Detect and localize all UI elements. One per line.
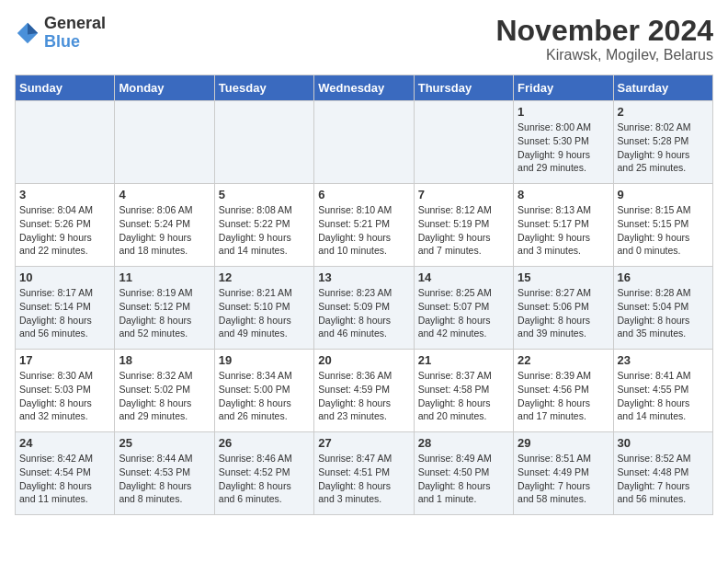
day-info: Sunrise: 8:15 AMSunset: 5:15 PMDaylight:… <box>618 203 709 258</box>
calendar-cell: 22Sunrise: 8:39 AMSunset: 4:56 PMDayligh… <box>514 350 613 432</box>
day-info: Sunrise: 8:04 AMSunset: 5:26 PMDaylight:… <box>19 203 110 258</box>
calendar-cell: 2Sunrise: 8:02 AMSunset: 5:28 PMDaylight… <box>613 101 712 184</box>
weekday-header-friday: Friday <box>514 75 613 101</box>
day-number: 24 <box>19 436 110 450</box>
day-number: 30 <box>618 436 709 450</box>
weekday-header-thursday: Thursday <box>414 75 513 101</box>
day-number: 9 <box>618 188 709 201</box>
day-info: Sunrise: 8:36 AMSunset: 4:59 PMDaylight:… <box>318 369 409 423</box>
title-area: November 2024 Kirawsk, Mogilev, Belarus <box>495 15 713 63</box>
day-info: Sunrise: 8:12 AMSunset: 5:19 PMDaylight:… <box>418 203 509 258</box>
calendar-cell: 10Sunrise: 8:17 AMSunset: 5:14 PMDayligh… <box>16 267 115 350</box>
day-number: 16 <box>618 270 709 284</box>
day-info: Sunrise: 8:27 AMSunset: 5:06 PMDaylight:… <box>518 286 609 340</box>
day-number: 21 <box>418 353 509 367</box>
weekday-header-tuesday: Tuesday <box>214 75 313 101</box>
day-info: Sunrise: 8:00 AMSunset: 5:30 PMDaylight:… <box>518 121 609 175</box>
calendar-cell: 6Sunrise: 8:10 AMSunset: 5:21 PMDaylight… <box>314 184 414 267</box>
day-number: 7 <box>418 188 509 201</box>
day-info: Sunrise: 8:28 AMSunset: 5:04 PMDaylight:… <box>618 286 709 340</box>
calendar-cell <box>414 101 513 184</box>
calendar-cell: 20Sunrise: 8:36 AMSunset: 4:59 PMDayligh… <box>314 350 414 432</box>
calendar-cell <box>314 101 414 184</box>
day-info: Sunrise: 8:25 AMSunset: 5:07 PMDaylight:… <box>418 286 509 340</box>
weekday-header-saturday: Saturday <box>613 75 712 101</box>
calendar-cell: 7Sunrise: 8:12 AMSunset: 5:19 PMDaylight… <box>414 184 513 267</box>
day-info: Sunrise: 8:06 AMSunset: 5:24 PMDaylight:… <box>119 203 210 258</box>
day-info: Sunrise: 8:10 AMSunset: 5:21 PMDaylight:… <box>318 203 409 258</box>
day-info: Sunrise: 8:02 AMSunset: 5:28 PMDaylight:… <box>618 121 709 175</box>
page-header: General Blue November 2024 Kirawsk, Mogi… <box>15 15 713 63</box>
calendar-week-row: 17Sunrise: 8:30 AMSunset: 5:03 PMDayligh… <box>16 350 713 432</box>
day-number: 2 <box>618 105 709 119</box>
day-info: Sunrise: 8:39 AMSunset: 4:56 PMDaylight:… <box>518 369 609 423</box>
day-info: Sunrise: 8:32 AMSunset: 5:02 PMDaylight:… <box>119 369 210 423</box>
calendar-cell: 29Sunrise: 8:51 AMSunset: 4:49 PMDayligh… <box>514 432 613 515</box>
logo-icon <box>15 20 40 46</box>
calendar-cell: 3Sunrise: 8:04 AMSunset: 5:26 PMDaylight… <box>16 184 115 267</box>
calendar-cell <box>115 101 214 184</box>
calendar-cell: 28Sunrise: 8:49 AMSunset: 4:50 PMDayligh… <box>414 432 513 515</box>
calendar-cell: 18Sunrise: 8:32 AMSunset: 5:02 PMDayligh… <box>115 350 214 432</box>
day-info: Sunrise: 8:51 AMSunset: 4:49 PMDaylight:… <box>518 452 609 506</box>
calendar-cell: 13Sunrise: 8:23 AMSunset: 5:09 PMDayligh… <box>314 267 414 350</box>
day-info: Sunrise: 8:49 AMSunset: 4:50 PMDaylight:… <box>418 452 509 506</box>
calendar-cell: 12Sunrise: 8:21 AMSunset: 5:10 PMDayligh… <box>214 267 313 350</box>
day-number: 17 <box>19 353 110 367</box>
day-number: 25 <box>119 436 210 450</box>
day-number: 15 <box>518 270 609 284</box>
weekday-header-monday: Monday <box>115 75 214 101</box>
day-info: Sunrise: 8:41 AMSunset: 4:55 PMDaylight:… <box>618 369 709 423</box>
day-info: Sunrise: 8:46 AMSunset: 4:52 PMDaylight:… <box>219 452 310 506</box>
day-number: 12 <box>219 270 310 284</box>
calendar-cell: 17Sunrise: 8:30 AMSunset: 5:03 PMDayligh… <box>16 350 115 432</box>
day-number: 22 <box>518 353 609 367</box>
day-info: Sunrise: 8:23 AMSunset: 5:09 PMDaylight:… <box>318 286 409 340</box>
calendar-week-row: 24Sunrise: 8:42 AMSunset: 4:54 PMDayligh… <box>16 432 713 515</box>
day-info: Sunrise: 8:30 AMSunset: 5:03 PMDaylight:… <box>19 369 110 423</box>
calendar-cell: 11Sunrise: 8:19 AMSunset: 5:12 PMDayligh… <box>115 267 214 350</box>
calendar-cell <box>214 101 313 184</box>
day-number: 28 <box>418 436 509 450</box>
calendar-table: SundayMondayTuesdayWednesdayThursdayFrid… <box>15 75 713 515</box>
day-number: 27 <box>318 436 409 450</box>
day-number: 29 <box>518 436 609 450</box>
calendar-week-row: 3Sunrise: 8:04 AMSunset: 5:26 PMDaylight… <box>16 184 713 267</box>
day-number: 14 <box>418 270 509 284</box>
calendar-cell: 26Sunrise: 8:46 AMSunset: 4:52 PMDayligh… <box>214 432 313 515</box>
day-info: Sunrise: 8:52 AMSunset: 4:48 PMDaylight:… <box>618 452 709 506</box>
day-info: Sunrise: 8:17 AMSunset: 5:14 PMDaylight:… <box>19 286 110 340</box>
weekday-header-sunday: Sunday <box>16 75 115 101</box>
day-number: 8 <box>518 188 609 201</box>
calendar-week-row: 1Sunrise: 8:00 AMSunset: 5:30 PMDaylight… <box>16 101 713 184</box>
day-number: 5 <box>219 188 310 201</box>
calendar-cell: 19Sunrise: 8:34 AMSunset: 5:00 PMDayligh… <box>214 350 313 432</box>
day-info: Sunrise: 8:42 AMSunset: 4:54 PMDaylight:… <box>19 452 110 506</box>
calendar-header-row: SundayMondayTuesdayWednesdayThursdayFrid… <box>16 75 713 101</box>
calendar-cell: 14Sunrise: 8:25 AMSunset: 5:07 PMDayligh… <box>414 267 513 350</box>
calendar-cell: 24Sunrise: 8:42 AMSunset: 4:54 PMDayligh… <box>16 432 115 515</box>
svg-marker-1 <box>28 23 38 35</box>
day-number: 26 <box>219 436 310 450</box>
calendar-cell: 21Sunrise: 8:37 AMSunset: 4:58 PMDayligh… <box>414 350 513 432</box>
calendar-cell: 8Sunrise: 8:13 AMSunset: 5:17 PMDaylight… <box>514 184 613 267</box>
calendar-cell: 9Sunrise: 8:15 AMSunset: 5:15 PMDaylight… <box>613 184 712 267</box>
day-info: Sunrise: 8:21 AMSunset: 5:10 PMDaylight:… <box>219 286 310 340</box>
day-number: 23 <box>618 353 709 367</box>
logo-blue: Blue <box>44 33 106 52</box>
day-number: 20 <box>318 353 409 367</box>
calendar-cell: 30Sunrise: 8:52 AMSunset: 4:48 PMDayligh… <box>613 432 712 515</box>
day-info: Sunrise: 8:44 AMSunset: 4:53 PMDaylight:… <box>119 452 210 506</box>
day-number: 3 <box>19 188 110 201</box>
day-number: 18 <box>119 353 210 367</box>
day-number: 13 <box>318 270 409 284</box>
day-info: Sunrise: 8:13 AMSunset: 5:17 PMDaylight:… <box>518 203 609 258</box>
day-info: Sunrise: 8:37 AMSunset: 4:58 PMDaylight:… <box>418 369 509 423</box>
weekday-header-wednesday: Wednesday <box>314 75 414 101</box>
calendar-cell: 23Sunrise: 8:41 AMSunset: 4:55 PMDayligh… <box>613 350 712 432</box>
logo: General Blue <box>15 15 106 52</box>
calendar-cell: 1Sunrise: 8:00 AMSunset: 5:30 PMDaylight… <box>514 101 613 184</box>
day-number: 10 <box>19 270 110 284</box>
day-number: 11 <box>119 270 210 284</box>
calendar-cell <box>16 101 115 184</box>
